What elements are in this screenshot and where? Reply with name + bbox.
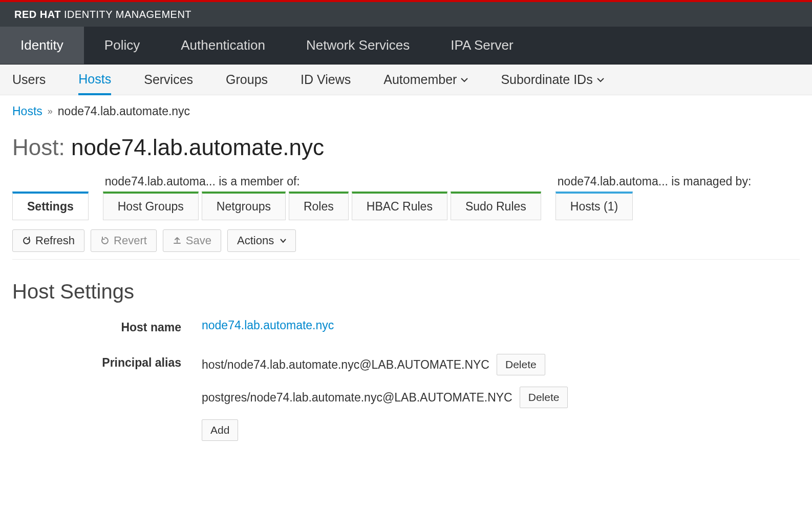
form-grid: Host name node74.lab.automate.nyc Princi… bbox=[12, 319, 729, 452]
tab-group-member-of: node74.lab.automa... is a member of: Hos… bbox=[103, 175, 541, 220]
secondary-nav-id-views[interactable]: ID Views bbox=[301, 65, 351, 95]
section-title: Host Settings bbox=[12, 280, 800, 303]
secondary-nav-label: Groups bbox=[226, 72, 268, 87]
page-title: Host: node74.lab.automate.nyc bbox=[12, 135, 800, 160]
secondary-nav-label: Subordinate IDs bbox=[501, 72, 592, 87]
toolbar: Refresh Revert Save Actions bbox=[12, 229, 800, 260]
alias-add-row: Add bbox=[202, 419, 729, 441]
save-label: Save bbox=[186, 234, 211, 247]
primary-nav-authentication[interactable]: Authentication bbox=[160, 27, 286, 64]
undo-icon bbox=[100, 236, 110, 245]
tab-group-label-managed-by: node74.lab.automa... is managed by: bbox=[555, 175, 753, 192]
secondary-nav-services[interactable]: Services bbox=[144, 65, 193, 95]
tab-group-label-member-of: node74.lab.automa... is a member of: bbox=[103, 175, 302, 192]
primary-nav-policy[interactable]: Policy bbox=[84, 27, 160, 64]
actions-label: Actions bbox=[237, 234, 274, 247]
alias-text: postgres/node74.lab.automate.nyc@LAB.AUT… bbox=[202, 391, 512, 405]
secondary-nav-label: Services bbox=[144, 72, 193, 87]
tab-group-managed-by: node74.lab.automa... is managed by: Host… bbox=[555, 175, 753, 220]
breadcrumb-separator: » bbox=[48, 106, 53, 117]
secondary-nav: Users Hosts Services Groups ID Views Aut… bbox=[0, 65, 812, 95]
secondary-nav-label: Users bbox=[12, 72, 46, 87]
host-name-value: node74.lab.automate.nyc bbox=[202, 319, 729, 334]
primary-nav-label: IPA Server bbox=[451, 37, 513, 53]
delete-alias-button[interactable]: Delete bbox=[520, 387, 568, 408]
brand-rest: IDENTITY MANAGEMENT bbox=[64, 9, 191, 20]
host-name-label: Host name bbox=[12, 319, 181, 334]
breadcrumb-parent[interactable]: Hosts bbox=[12, 104, 42, 118]
tab-netgroups[interactable]: Netgroups bbox=[202, 192, 286, 220]
secondary-nav-hosts[interactable]: Hosts bbox=[78, 65, 111, 95]
alias-row: host/node74.lab.automate.nyc@LAB.AUTOMAT… bbox=[202, 354, 729, 375]
revert-button[interactable]: Revert bbox=[91, 229, 157, 252]
tab-managed-hosts[interactable]: Hosts (1) bbox=[555, 192, 633, 220]
refresh-button[interactable]: Refresh bbox=[12, 229, 84, 252]
revert-label: Revert bbox=[114, 234, 147, 247]
primary-nav-network-services[interactable]: Network Services bbox=[286, 27, 430, 64]
delete-alias-button[interactable]: Delete bbox=[497, 354, 545, 375]
secondary-nav-users[interactable]: Users bbox=[12, 65, 46, 95]
page-title-prefix: Host: bbox=[12, 135, 71, 160]
brand-bar: RED HAT IDENTITY MANAGEMENT bbox=[0, 2, 812, 27]
primary-nav-ipa-server[interactable]: IPA Server bbox=[430, 27, 533, 64]
breadcrumb: Hosts » node74.lab.automate.nyc bbox=[12, 104, 800, 118]
tab-sudo-rules[interactable]: Sudo Rules bbox=[451, 192, 541, 220]
secondary-nav-groups[interactable]: Groups bbox=[226, 65, 268, 95]
tab-group-settings: Settings bbox=[12, 175, 89, 220]
secondary-nav-label: Automember bbox=[383, 72, 457, 87]
chevron-down-icon bbox=[597, 77, 604, 82]
chevron-down-icon bbox=[280, 239, 286, 243]
alias-text: host/node74.lab.automate.nyc@LAB.AUTOMAT… bbox=[202, 358, 489, 372]
tab-group-label-empty bbox=[12, 175, 19, 192]
primary-nav-label: Authentication bbox=[181, 37, 265, 53]
brand-strong: RED HAT bbox=[14, 9, 61, 20]
tab-host-groups[interactable]: Host Groups bbox=[103, 192, 199, 220]
page-title-value: node74.lab.automate.nyc bbox=[71, 135, 324, 160]
alias-row: postgres/node74.lab.automate.nyc@LAB.AUT… bbox=[202, 387, 729, 408]
secondary-nav-automember[interactable]: Automember bbox=[383, 65, 468, 95]
tab-settings[interactable]: Settings bbox=[12, 192, 89, 220]
principal-alias-values: host/node74.lab.automate.nyc@LAB.AUTOMAT… bbox=[202, 354, 729, 452]
upload-icon bbox=[173, 236, 182, 245]
breadcrumb-current: node74.lab.automate.nyc bbox=[58, 104, 190, 118]
refresh-icon bbox=[22, 236, 31, 245]
secondary-nav-subordinate-ids[interactable]: Subordinate IDs bbox=[501, 65, 604, 95]
principal-alias-label: Principal alias bbox=[12, 354, 181, 452]
primary-nav-label: Policy bbox=[104, 37, 140, 53]
save-button[interactable]: Save bbox=[163, 229, 221, 252]
primary-nav: Identity Policy Authentication Network S… bbox=[0, 27, 812, 65]
tab-section: Settings node74.lab.automa... is a membe… bbox=[12, 175, 800, 220]
tab-roles[interactable]: Roles bbox=[289, 192, 349, 220]
chevron-down-icon bbox=[461, 77, 468, 82]
refresh-label: Refresh bbox=[35, 234, 75, 247]
secondary-nav-label: Hosts bbox=[78, 72, 111, 87]
primary-nav-identity[interactable]: Identity bbox=[0, 27, 84, 64]
actions-button[interactable]: Actions bbox=[227, 229, 296, 252]
primary-nav-label: Network Services bbox=[306, 37, 410, 53]
add-alias-button[interactable]: Add bbox=[202, 419, 238, 441]
secondary-nav-label: ID Views bbox=[301, 72, 351, 87]
page-body: Hosts » node74.lab.automate.nyc Host: no… bbox=[0, 95, 812, 473]
primary-nav-label: Identity bbox=[20, 37, 63, 53]
tab-hbac-rules[interactable]: HBAC Rules bbox=[352, 192, 447, 220]
host-name-link[interactable]: node74.lab.automate.nyc bbox=[202, 319, 334, 332]
